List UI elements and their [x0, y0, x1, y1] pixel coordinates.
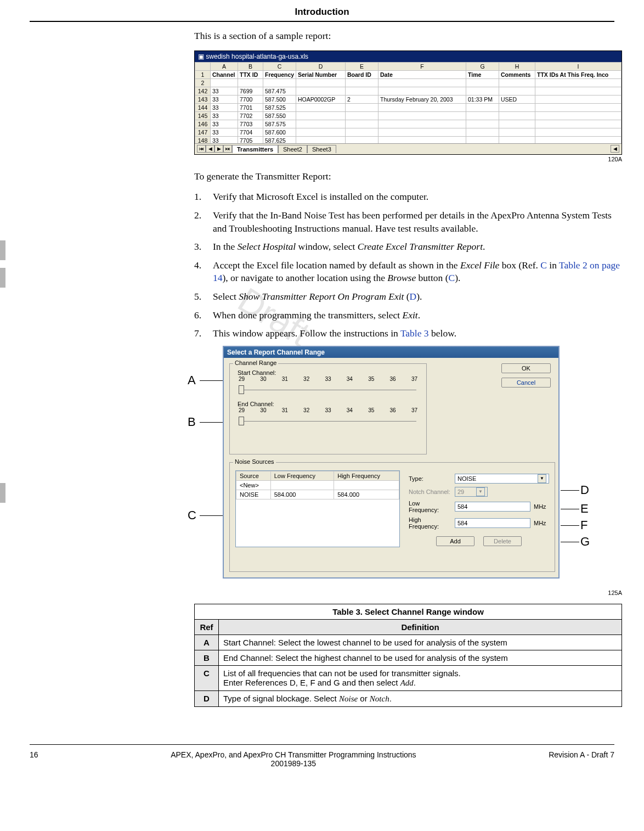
col-letter: G: [466, 62, 499, 70]
sheet-nav-last-icon[interactable]: ⏭: [223, 145, 232, 153]
high-freq-input[interactable]: 584: [455, 518, 530, 528]
page-edge-tabs: [0, 240, 5, 295]
start-channel-slider[interactable]: [238, 383, 419, 393]
type-dropdown[interactable]: NOISE▼: [455, 474, 549, 484]
sheet-tab[interactable]: Sheet2: [278, 145, 307, 153]
high-frequency-field: High Frequency: 584 MHz: [409, 516, 549, 530]
group-legend: Noise Sources: [233, 458, 276, 465]
add-button[interactable]: Add: [436, 536, 474, 546]
cancel-button[interactable]: Cancel: [501, 378, 551, 388]
figure-label: 125A: [194, 589, 622, 596]
noise-source-row[interactable]: <New>: [236, 480, 399, 490]
unit-label: MHz: [534, 520, 549, 526]
footer-doc-number: 2001989-135: [38, 759, 549, 768]
sheet-tab-active[interactable]: Transmitters: [232, 145, 278, 153]
col-letter: H: [499, 62, 535, 70]
scroll-left-icon[interactable]: ◀: [611, 145, 619, 153]
ns-col-header: High Frequency: [334, 471, 399, 480]
page-number: 16: [30, 750, 38, 768]
footer-revision: Revision A - Draft 7: [549, 750, 614, 768]
ok-button[interactable]: OK: [501, 363, 551, 373]
type-label: Type:: [409, 475, 451, 482]
chevron-down-icon[interactable]: ▼: [538, 474, 546, 483]
sheet-nav-next-icon[interactable]: ▶: [214, 145, 223, 153]
low-freq-input[interactable]: 584: [455, 502, 530, 512]
sheet-nav-first-icon[interactable]: ⏮: [197, 145, 206, 153]
table-row: BEnd Channel: Select the highest channel…: [195, 650, 622, 665]
select-channel-range-dialog: Select a Report Channel Range Channel Ra…: [223, 346, 560, 579]
group-legend: Channel Range: [233, 360, 278, 366]
callout-B: B: [188, 415, 196, 429]
callout-E: E: [580, 502, 589, 516]
col-header: TTX ID: [238, 70, 263, 78]
table-ref-header: Ref: [195, 619, 219, 635]
excel-sheet-tabs: ⏮ ◀ ▶ ⏭ Transmitters Sheet2 Sheet3 ◀: [195, 143, 622, 154]
col-letter: I: [535, 62, 622, 70]
excel-header-row: 1 Channel TTX ID Frequency Serial Number…: [195, 70, 622, 78]
excel-titlebar: ▣ swedish hospital-atlanta-ga-usa.xls: [195, 51, 622, 62]
channel-range-group: Channel Range Start Channel: 29303132333…: [229, 363, 427, 454]
col-letter: E: [346, 62, 379, 70]
type-field: Type: NOISE▼: [409, 474, 549, 484]
end-channel-label: End Channel:: [238, 401, 419, 407]
excel-app-icon: ▣: [198, 53, 206, 60]
step-4: Accept the Excel file location named by …: [194, 259, 622, 285]
callout-line: [561, 490, 579, 491]
footer-doc-title: APEX, ApexPro, and ApexPro CH Transmitte…: [38, 750, 549, 759]
dialog-titlebar: Select a Report Channel Range: [224, 347, 558, 358]
excel-corner: [195, 62, 211, 70]
excel-data-row: 142337699587.475: [195, 87, 622, 95]
table-title: Table 3. Select Channel Range window: [195, 604, 622, 619]
procedure-steps: Verify that Microsoft Excel is installed…: [194, 190, 622, 340]
running-header: Introduction: [30, 0, 614, 18]
notch-dropdown: 29▼: [455, 487, 488, 497]
header-rule: [30, 21, 614, 22]
excel-col-letters: A B C D E F G H I: [195, 62, 622, 70]
step-3: In the Select Hospital window, select Cr…: [194, 240, 622, 254]
col-header: TTX IDs At This Freq. Inco: [535, 70, 622, 78]
excel-data-row: 145337702587.550: [195, 111, 622, 120]
noise-sources-list[interactable]: Source Low Frequency High Frequency <New…: [235, 470, 400, 547]
notch-channel-field: Notch Channel: 29▼: [409, 487, 549, 497]
col-header: Date: [379, 70, 466, 78]
col-letter: A: [211, 62, 238, 70]
callout-G: G: [580, 535, 590, 549]
excel-data-row: 147337704587.600: [195, 128, 622, 136]
delete-button: Delete: [483, 536, 522, 546]
content-column: This is a section of a sample report: ▣ …: [194, 30, 622, 707]
col-header: Serial Number: [296, 70, 346, 78]
high-freq-label: High Frequency:: [409, 516, 451, 530]
ns-col-header: Low Frequency: [270, 471, 334, 480]
edge-tab: [0, 483, 5, 503]
unit-label: MHz: [534, 503, 549, 510]
noise-source-row[interactable]: NOISE584.000584.000: [236, 490, 399, 499]
step-5: Select Show Transmitter Report On Progra…: [194, 290, 622, 304]
step-2: Verify that the In-Band Noise Test has b…: [194, 209, 622, 235]
ns-col-header: Source: [236, 471, 271, 480]
col-header: Frequency: [263, 70, 296, 78]
figure-label: 120A: [194, 156, 622, 162]
table-row: DType of signal blockage. Select Noise o…: [195, 690, 622, 706]
page-footer: 16 APEX, ApexPro, and ApexPro CH Transmi…: [30, 740, 614, 768]
excel-data-row: 143337700587.500HOAP0002GP2Thursday Febr…: [195, 95, 622, 103]
excel-grid: A B C D E F G H I 1 Channel TTX ID Frequ…: [195, 62, 622, 145]
callout-C: C: [188, 508, 196, 523]
table-row: AStart Channel: Select the lowest channe…: [195, 635, 622, 650]
noise-sources-group: Noise Sources Source Low Frequency High …: [229, 462, 555, 572]
table-row: CList of all frequencies that can not be…: [195, 665, 622, 690]
edge-tab: [0, 240, 5, 260]
sheet-tab[interactable]: Sheet3: [307, 145, 336, 153]
sheet-nav-prev-icon[interactable]: ◀: [206, 145, 214, 153]
col-header: Comments: [499, 70, 535, 78]
callout-line: [561, 509, 579, 509]
excel-data-row: 144337701587.525: [195, 103, 622, 111]
table-3: Table 3. Select Channel Range window Ref…: [194, 604, 622, 707]
table-def-header: Definition: [219, 619, 622, 635]
intro-paragraph: This is a section of a sample report:: [194, 30, 622, 43]
low-frequency-field: Low Frequency: 584 MHz: [409, 500, 549, 513]
callout-A: A: [188, 373, 196, 388]
row-number: 1: [195, 70, 211, 78]
end-channel-slider[interactable]: [238, 414, 419, 424]
callout-F: F: [580, 518, 587, 532]
col-header: Board ID: [346, 70, 379, 78]
